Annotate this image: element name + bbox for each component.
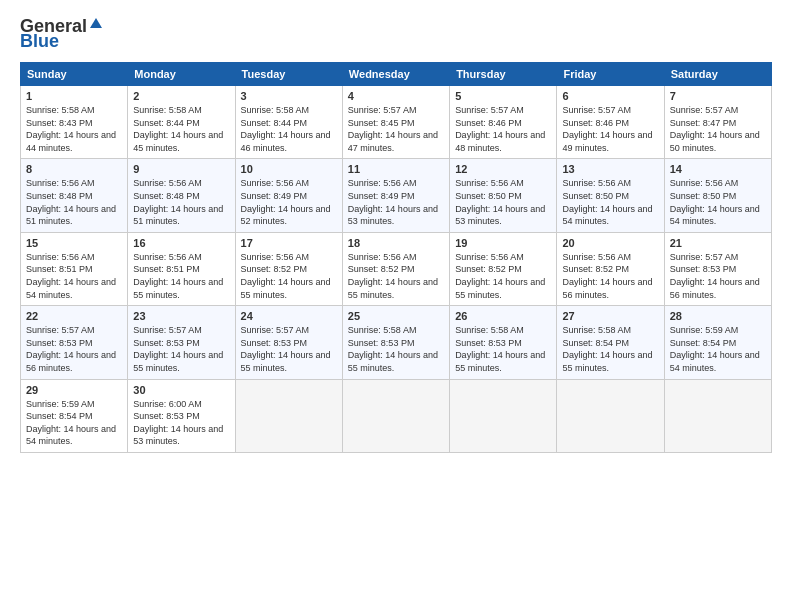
header-saturday: Saturday [664,63,771,86]
logo: General Blue [20,16,103,52]
logo-triangle-icon [89,17,103,31]
header-monday: Monday [128,63,235,86]
cell-info: Sunrise: 5:59 AMSunset: 8:54 PMDaylight:… [26,398,122,448]
page: General Blue SundayMondayTuesdayWednesda… [0,0,792,612]
calendar-cell: 13Sunrise: 5:56 AMSunset: 8:50 PMDayligh… [557,159,664,232]
cell-day-number: 23 [133,310,229,322]
cell-day-number: 3 [241,90,337,102]
calendar-cell: 7Sunrise: 5:57 AMSunset: 8:47 PMDaylight… [664,86,771,159]
cell-day-number: 21 [670,237,766,249]
cell-day-number: 1 [26,90,122,102]
calendar-cell: 9Sunrise: 5:56 AMSunset: 8:48 PMDaylight… [128,159,235,232]
cell-info: Sunrise: 5:57 AMSunset: 8:47 PMDaylight:… [670,104,766,154]
cell-day-number: 17 [241,237,337,249]
cell-info: Sunrise: 5:59 AMSunset: 8:54 PMDaylight:… [670,324,766,374]
cell-day-number: 4 [348,90,444,102]
calendar-cell: 8Sunrise: 5:56 AMSunset: 8:48 PMDaylight… [21,159,128,232]
calendar-cell [557,379,664,452]
cell-info: Sunrise: 5:57 AMSunset: 8:53 PMDaylight:… [670,251,766,301]
cell-info: Sunrise: 5:56 AMSunset: 8:50 PMDaylight:… [455,177,551,227]
cell-day-number: 14 [670,163,766,175]
cell-info: Sunrise: 5:57 AMSunset: 8:46 PMDaylight:… [562,104,658,154]
cell-day-number: 8 [26,163,122,175]
calendar-cell: 25Sunrise: 5:58 AMSunset: 8:53 PMDayligh… [342,306,449,379]
cell-info: Sunrise: 6:00 AMSunset: 8:53 PMDaylight:… [133,398,229,448]
cell-day-number: 2 [133,90,229,102]
calendar-cell: 21Sunrise: 5:57 AMSunset: 8:53 PMDayligh… [664,232,771,305]
cell-info: Sunrise: 5:56 AMSunset: 8:51 PMDaylight:… [26,251,122,301]
cell-day-number: 16 [133,237,229,249]
header: General Blue [20,16,772,52]
header-tuesday: Tuesday [235,63,342,86]
cell-day-number: 25 [348,310,444,322]
cell-info: Sunrise: 5:56 AMSunset: 8:52 PMDaylight:… [241,251,337,301]
logo-blue: Blue [20,31,59,52]
calendar-week-row: 1Sunrise: 5:58 AMSunset: 8:43 PMDaylight… [21,86,772,159]
cell-day-number: 5 [455,90,551,102]
cell-day-number: 22 [26,310,122,322]
calendar-cell: 5Sunrise: 5:57 AMSunset: 8:46 PMDaylight… [450,86,557,159]
header-thursday: Thursday [450,63,557,86]
calendar-cell: 10Sunrise: 5:56 AMSunset: 8:49 PMDayligh… [235,159,342,232]
cell-day-number: 12 [455,163,551,175]
calendar-cell: 30Sunrise: 6:00 AMSunset: 8:53 PMDayligh… [128,379,235,452]
cell-day-number: 19 [455,237,551,249]
header-wednesday: Wednesday [342,63,449,86]
cell-day-number: 7 [670,90,766,102]
calendar-cell: 3Sunrise: 5:58 AMSunset: 8:44 PMDaylight… [235,86,342,159]
calendar-cell: 15Sunrise: 5:56 AMSunset: 8:51 PMDayligh… [21,232,128,305]
cell-day-number: 9 [133,163,229,175]
cell-info: Sunrise: 5:56 AMSunset: 8:50 PMDaylight:… [670,177,766,227]
calendar-cell: 17Sunrise: 5:56 AMSunset: 8:52 PMDayligh… [235,232,342,305]
cell-info: Sunrise: 5:57 AMSunset: 8:45 PMDaylight:… [348,104,444,154]
calendar-cell: 27Sunrise: 5:58 AMSunset: 8:54 PMDayligh… [557,306,664,379]
cell-info: Sunrise: 5:58 AMSunset: 8:53 PMDaylight:… [455,324,551,374]
calendar-cell [235,379,342,452]
cell-info: Sunrise: 5:58 AMSunset: 8:53 PMDaylight:… [348,324,444,374]
calendar-cell: 20Sunrise: 5:56 AMSunset: 8:52 PMDayligh… [557,232,664,305]
svg-marker-0 [90,18,102,28]
calendar-cell: 28Sunrise: 5:59 AMSunset: 8:54 PMDayligh… [664,306,771,379]
calendar-cell: 14Sunrise: 5:56 AMSunset: 8:50 PMDayligh… [664,159,771,232]
cell-day-number: 11 [348,163,444,175]
cell-day-number: 15 [26,237,122,249]
header-friday: Friday [557,63,664,86]
calendar-week-row: 15Sunrise: 5:56 AMSunset: 8:51 PMDayligh… [21,232,772,305]
calendar-cell: 29Sunrise: 5:59 AMSunset: 8:54 PMDayligh… [21,379,128,452]
calendar-cell: 26Sunrise: 5:58 AMSunset: 8:53 PMDayligh… [450,306,557,379]
calendar-cell: 2Sunrise: 5:58 AMSunset: 8:44 PMDaylight… [128,86,235,159]
header-sunday: Sunday [21,63,128,86]
calendar-header-row: SundayMondayTuesdayWednesdayThursdayFrid… [21,63,772,86]
cell-info: Sunrise: 5:56 AMSunset: 8:52 PMDaylight:… [562,251,658,301]
cell-day-number: 26 [455,310,551,322]
cell-info: Sunrise: 5:58 AMSunset: 8:44 PMDaylight:… [133,104,229,154]
calendar-week-row: 8Sunrise: 5:56 AMSunset: 8:48 PMDaylight… [21,159,772,232]
cell-day-number: 20 [562,237,658,249]
cell-info: Sunrise: 5:56 AMSunset: 8:51 PMDaylight:… [133,251,229,301]
cell-day-number: 28 [670,310,766,322]
cell-day-number: 24 [241,310,337,322]
calendar-cell: 6Sunrise: 5:57 AMSunset: 8:46 PMDaylight… [557,86,664,159]
calendar-cell: 23Sunrise: 5:57 AMSunset: 8:53 PMDayligh… [128,306,235,379]
cell-info: Sunrise: 5:56 AMSunset: 8:49 PMDaylight:… [241,177,337,227]
cell-info: Sunrise: 5:56 AMSunset: 8:52 PMDaylight:… [348,251,444,301]
cell-info: Sunrise: 5:58 AMSunset: 8:54 PMDaylight:… [562,324,658,374]
cell-day-number: 18 [348,237,444,249]
calendar-week-row: 22Sunrise: 5:57 AMSunset: 8:53 PMDayligh… [21,306,772,379]
cell-day-number: 10 [241,163,337,175]
cell-info: Sunrise: 5:58 AMSunset: 8:43 PMDaylight:… [26,104,122,154]
calendar-cell: 1Sunrise: 5:58 AMSunset: 8:43 PMDaylight… [21,86,128,159]
cell-day-number: 13 [562,163,658,175]
calendar-cell: 18Sunrise: 5:56 AMSunset: 8:52 PMDayligh… [342,232,449,305]
cell-day-number: 29 [26,384,122,396]
cell-day-number: 6 [562,90,658,102]
calendar-cell: 22Sunrise: 5:57 AMSunset: 8:53 PMDayligh… [21,306,128,379]
cell-info: Sunrise: 5:56 AMSunset: 8:48 PMDaylight:… [133,177,229,227]
cell-info: Sunrise: 5:58 AMSunset: 8:44 PMDaylight:… [241,104,337,154]
calendar-cell [664,379,771,452]
cell-day-number: 30 [133,384,229,396]
cell-info: Sunrise: 5:57 AMSunset: 8:53 PMDaylight:… [133,324,229,374]
calendar-cell: 11Sunrise: 5:56 AMSunset: 8:49 PMDayligh… [342,159,449,232]
calendar-cell: 12Sunrise: 5:56 AMSunset: 8:50 PMDayligh… [450,159,557,232]
cell-day-number: 27 [562,310,658,322]
